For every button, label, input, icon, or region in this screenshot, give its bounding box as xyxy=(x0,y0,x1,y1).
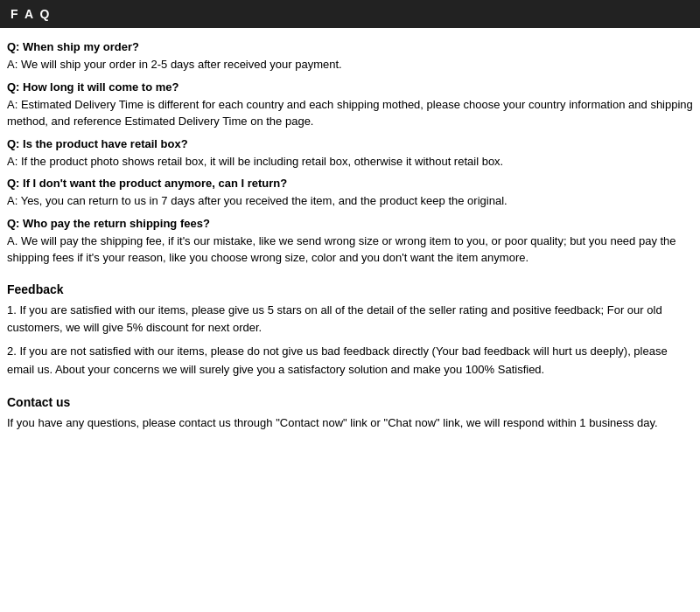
faq-answer-5: A. We will pay the shipping fee, if it's… xyxy=(7,233,693,267)
faq-answer-3: A: If the product photo shows retail box… xyxy=(7,153,693,170)
faq-item-4: Q: If I don't want the product anymore, … xyxy=(7,177,693,210)
feedback-content: 1. If you are satisfied with our items, … xyxy=(7,302,693,379)
contact-section: Contact us If you have any questions, pl… xyxy=(7,395,693,433)
faq-question-5: Q: Who pay the return shipping fees? xyxy=(7,217,693,230)
feedback-section: Feedback 1. If you are satisfied with ou… xyxy=(7,282,693,379)
faq-section: Q: When ship my order? A: We will ship y… xyxy=(7,40,693,267)
faq-question-3: Q: Is the product have retail box? xyxy=(7,137,693,150)
feedback-item-2: 2. If you are not satisfied with our ite… xyxy=(7,343,693,379)
feedback-item-1: 1. If you are satisfied with our items, … xyxy=(7,302,693,338)
faq-item-3: Q: Is the product have retail box? A: If… xyxy=(7,137,693,170)
faq-item-1: Q: When ship my order? A: We will ship y… xyxy=(7,40,693,73)
contact-text: If you have any questions, please contac… xyxy=(7,414,693,433)
faq-answer-4: A: Yes, you can return to us in 7 days a… xyxy=(7,192,693,210)
faq-question-4: Q: If I don't want the product anymore, … xyxy=(7,177,693,190)
contact-title: Contact us xyxy=(7,395,693,409)
faq-item-2: Q: How long it will come to me? A: Estim… xyxy=(7,80,693,130)
contact-body: If you have any questions, please contac… xyxy=(7,414,693,433)
faq-question-1: Q: When ship my order? xyxy=(7,40,693,53)
faq-header: F A Q xyxy=(0,0,700,28)
faq-answer-2: A: Estimated Delivery Time is different … xyxy=(7,96,693,130)
faq-item-5: Q: Who pay the return shipping fees? A. … xyxy=(7,217,693,267)
faq-answer-1: A: We will ship your order in 2-5 days a… xyxy=(7,56,693,73)
faq-question-2: Q: How long it will come to me? xyxy=(7,80,693,94)
feedback-title: Feedback xyxy=(7,282,693,296)
